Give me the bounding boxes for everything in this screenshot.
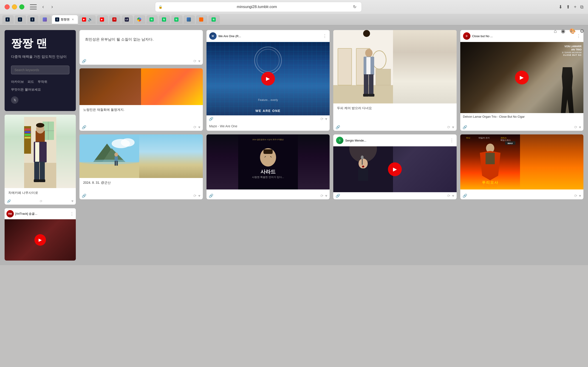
sergio-play-btn[interactable]: ▶: [388, 162, 402, 176]
svg-rect-44: [116, 161, 118, 166]
bnc-repost[interactable]: ⟳: [574, 125, 577, 129]
svg-rect-39: [79, 162, 139, 178]
nav-feed[interactable]: 피드: [27, 80, 34, 84]
furiousa-image: 푸리오사 매드맥스 사가 아나 테일러-조이 크리스 헤임스워스 IMAX: [460, 134, 584, 190]
arttrack-play-btn[interactable]: ▶: [35, 234, 46, 246]
bnc-play-btn[interactable]: ▶: [515, 71, 529, 84]
tab-naver-3[interactable]: N: [171, 15, 183, 24]
furiousa-repost[interactable]: ⟳: [574, 194, 577, 198]
pa-favicon: [187, 17, 191, 22]
new-tab-button[interactable]: +: [574, 4, 577, 10]
svg-rect-14: [40, 162, 45, 180]
film-repost[interactable]: ⟳: [320, 194, 323, 198]
palette-icon-btn[interactable]: 🎨: [569, 28, 576, 34]
tab-tumblr-2[interactable]: t: [15, 15, 26, 24]
address-bar[interactable]: 🔒 minsungi28.tumblr.com ↻: [155, 2, 362, 12]
cafe-repost-icon[interactable]: ⟳: [40, 199, 43, 203]
nav-ask[interactable]: 무엇이든 물어보세요: [11, 88, 41, 92]
svg-point-59: [362, 166, 364, 167]
beach-repost[interactable]: ⟳: [193, 194, 196, 198]
nav-archive[interactable]: 아카이브: [11, 80, 24, 84]
room-repost[interactable]: ⟳: [447, 125, 450, 129]
google-favicon: [137, 17, 141, 22]
svg-rect-20: [333, 85, 393, 103]
cafe-post-actions: 🔗 ⟳ ♥: [5, 198, 76, 205]
tab-media[interactable]: 미: [109, 15, 121, 24]
wao-repost[interactable]: ⟳: [320, 117, 323, 121]
sergio-repost[interactable]: ⟳: [447, 194, 450, 198]
wao-video-card: W We Are One (R... ⋮ ▶ Feature... everly…: [207, 30, 330, 131]
browser-actions: ⬇ ⬆ + ⧉: [559, 4, 583, 10]
tab-tumblr-1[interactable]: t: [2, 15, 14, 24]
sergio-post-actions: 🔗 ⟳ ♥: [333, 192, 457, 199]
tab-youtube-1[interactable]: ▶ 🔊: [79, 15, 96, 24]
bnc-chain: 🔗: [463, 125, 467, 129]
le-favicon: LE: [125, 17, 129, 22]
twitter-link[interactable]: 𝕏: [11, 96, 18, 104]
svg-text:2014 골든글로브 시상식 최우수작품상: 2014 골든글로브 시상식 최우수작품상: [252, 139, 284, 141]
search-input[interactable]: [11, 66, 69, 74]
svg-rect-9: [25, 137, 31, 139]
sidebar-toggle-button[interactable]: [30, 4, 37, 9]
arttrack-thumbnail: ▶: [5, 219, 76, 261]
bnc-heart[interactable]: ♥: [579, 125, 581, 129]
wao-title-overlay: WE ARE ONE: [207, 109, 330, 113]
text-post-1-repost[interactable]: ⟳: [193, 59, 196, 63]
download-button[interactable]: ⬇: [559, 4, 562, 10]
minimize-button[interactable]: [12, 4, 17, 9]
svg-point-58: [361, 156, 363, 159]
film-chain: 🔗: [209, 194, 213, 198]
tab-orange[interactable]: [196, 15, 208, 24]
beach-heart[interactable]: ♥: [198, 194, 200, 198]
cafe-heart-icon[interactable]: ♥: [71, 199, 74, 203]
home-icon-btn[interactable]: ⌂: [554, 28, 557, 34]
maximize-button[interactable]: [19, 4, 24, 9]
sergio-chain: 🔗: [336, 194, 340, 198]
tab-close-button[interactable]: ✕: [71, 18, 75, 21]
wao-more-btn[interactable]: ⋮: [323, 33, 327, 39]
naver-favicon-1: N: [149, 17, 154, 22]
tab-naver-1[interactable]: N: [146, 15, 158, 24]
settings-icon-btn[interactable]: ⚙: [580, 28, 584, 34]
naver-favicon-4: N: [212, 17, 216, 22]
arttrack-more-btn[interactable]: ⋮: [70, 211, 74, 216]
food-repost[interactable]: ⟳: [193, 125, 196, 129]
furiousa-heart[interactable]: ♥: [579, 194, 581, 198]
sergio-heart[interactable]: ♥: [452, 194, 454, 198]
tab-overview-button[interactable]: ⧉: [580, 4, 583, 10]
text-post-1-heart[interactable]: ♥: [198, 59, 200, 63]
sergio-more-btn[interactable]: ⋮: [450, 138, 454, 143]
eye-icon-btn[interactable]: ◉: [561, 28, 565, 34]
refresh-button[interactable]: ↻: [351, 3, 358, 10]
close-button[interactable]: [5, 4, 10, 9]
forward-button[interactable]: ›: [49, 3, 55, 11]
film-heart[interactable]: ♥: [325, 194, 328, 198]
sergio-video-card: S Sergio Mende... ⋮: [333, 134, 457, 199]
wao-heart[interactable]: ♥: [325, 117, 328, 121]
back-button[interactable]: ‹: [40, 3, 46, 11]
bnc-more-btn[interactable]: ⋮: [577, 33, 581, 39]
url-display: minsungi28.tumblr.com: [164, 5, 349, 9]
tab-naver-4[interactable]: N: [208, 15, 220, 24]
svg-rect-27: [363, 30, 370, 37]
svg-text:테일러-조이: 테일러-조이: [479, 137, 490, 139]
tab-tumblr-img[interactable]: [40, 15, 51, 24]
tab-youtube-2[interactable]: ▶: [97, 15, 108, 24]
tab-pa[interactable]: [183, 15, 195, 24]
tab-tumblr-3[interactable]: t: [27, 15, 39, 24]
food-caption: 노량진은 재철회에 돌명게지.: [79, 105, 203, 115]
tab-naver-2[interactable]: N: [159, 15, 170, 24]
film-image: 2014 골든글로브 시상식 최우수작품상 사라드 사랑엔 특별한 언어가 있다…: [207, 134, 330, 190]
tab-le[interactable]: LE: [121, 15, 133, 24]
food-heart[interactable]: ♥: [198, 125, 200, 129]
tab-jjangjjangman[interactable]: t 짱짱맨 ✕: [52, 15, 78, 24]
browser-chrome: ‹ › 🔒 minsungi28.tumblr.com ↻ ⬇ ⬆ + ⧉ t …: [0, 0, 588, 25]
nav-random[interactable]: 무작위: [38, 80, 47, 84]
wao-play-btn[interactable]: ▶: [261, 72, 275, 85]
tab-google[interactable]: [134, 15, 145, 24]
room-heart[interactable]: ♥: [452, 125, 454, 129]
share-button[interactable]: ⬆: [566, 4, 570, 10]
svg-rect-43: [115, 161, 116, 166]
arttrack-yt-header: RW [ArtTrack] 송골... ⋮: [5, 208, 76, 219]
svg-rect-15: [34, 179, 40, 182]
